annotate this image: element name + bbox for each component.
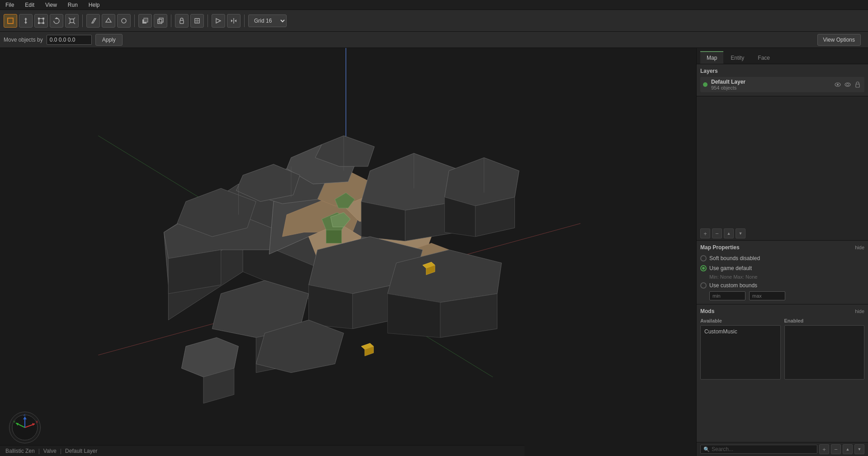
move-input[interactable] xyxy=(47,35,92,45)
custom-bounds-radio[interactable] xyxy=(700,282,707,289)
status-engine: Valve xyxy=(43,448,57,454)
layer-add-btn[interactable]: + xyxy=(700,228,710,238)
svg-rect-5 xyxy=(38,22,40,24)
grid-select[interactable]: Grid 1 Grid 2 Grid 4 Grid 8 Grid 16 Grid… xyxy=(248,14,287,27)
right-panel: Map Entity Face Layers Default Layer 954… xyxy=(696,48,868,456)
status-layer: Default Layer xyxy=(65,448,97,454)
svg-point-15 xyxy=(122,19,126,23)
bounds-max-input[interactable] xyxy=(749,291,785,300)
layer-move-down-btn[interactable]: ▼ xyxy=(736,228,745,238)
menu-run[interactable]: Run xyxy=(66,1,80,9)
game-default-label: Use game default xyxy=(709,265,752,271)
move-objects-bar: Move objects by Apply View Options xyxy=(0,32,868,48)
svg-rect-8 xyxy=(70,19,74,23)
resize-tool-btn[interactable] xyxy=(34,14,48,28)
menu-file[interactable]: File xyxy=(4,1,16,9)
csg-subtract-btn[interactable] xyxy=(138,14,152,28)
svg-rect-18 xyxy=(158,19,162,24)
translate-tool-btn[interactable] xyxy=(19,14,33,28)
map-properties-section: Map Properties hide Soft bounds disabled… xyxy=(697,241,868,304)
tab-map[interactable]: Map xyxy=(700,51,723,64)
svg-rect-20 xyxy=(180,20,184,24)
select-tool-btn[interactable] xyxy=(4,14,17,28)
menu-bar: File Edit View Run Help xyxy=(0,0,868,10)
shear-tool-btn[interactable] xyxy=(86,14,100,28)
menu-view[interactable]: View xyxy=(43,1,59,9)
min-max-label: Min: None Max: None xyxy=(709,274,864,280)
mods-search-wrapper: 🔍 xyxy=(700,445,817,454)
svg-marker-13 xyxy=(92,19,96,23)
layers-content-area xyxy=(697,96,868,227)
svg-rect-95 xyxy=(856,84,859,87)
mods-down-btn[interactable]: ▼ xyxy=(854,444,864,454)
search-icon: 🔍 xyxy=(703,446,710,452)
apply-button[interactable]: Apply xyxy=(95,34,123,46)
svg-rect-6 xyxy=(42,22,44,24)
mods-section: Mods hide Available CustomMusic Enabled xyxy=(697,304,868,442)
soft-bounds-radio[interactable] xyxy=(700,255,707,261)
layer-visibility-btn[interactable] xyxy=(834,81,842,89)
rotate-tool-btn[interactable] xyxy=(50,14,63,28)
mods-header: Mods hide xyxy=(700,308,864,314)
svg-marker-27 xyxy=(235,19,236,22)
game-default-radio[interactable] xyxy=(700,265,707,271)
default-layer-item[interactable]: Default Layer 954 objects xyxy=(700,77,864,92)
bounds-min-input[interactable] xyxy=(709,291,745,300)
mods-search-input[interactable] xyxy=(712,446,814,452)
texture-lock-btn[interactable] xyxy=(175,14,189,28)
viewport[interactable]: X Y Z Ballistic Zen | Valve | Default La… xyxy=(0,48,696,456)
menu-help[interactable]: Help xyxy=(87,1,102,9)
mods-hide-btn[interactable]: hide xyxy=(855,309,864,314)
svg-marker-24 xyxy=(216,19,221,23)
svg-marker-1 xyxy=(24,18,27,24)
view-options-button[interactable]: View Options xyxy=(817,34,861,46)
menu-edit[interactable]: Edit xyxy=(23,1,36,9)
main-content: X Y Z Ballistic Zen | Valve | Default La… xyxy=(0,48,868,456)
layer-move-up-btn[interactable]: ▲ xyxy=(724,228,734,238)
mods-title: Mods xyxy=(700,308,714,314)
svg-line-10 xyxy=(74,18,75,19)
svg-rect-3 xyxy=(38,18,40,19)
svg-marker-26 xyxy=(231,19,233,22)
map-properties-header: Map Properties hide xyxy=(700,244,864,251)
scale-tool-btn[interactable] xyxy=(65,14,79,28)
vertex-tool-btn[interactable] xyxy=(102,14,115,28)
mods-add-btn[interactable]: + xyxy=(819,444,829,454)
layer-name: Default Layer xyxy=(711,79,830,85)
clip-tool-btn[interactable] xyxy=(212,14,225,28)
layer-remove-btn[interactable]: − xyxy=(712,228,722,238)
svg-rect-4 xyxy=(42,18,44,19)
mods-available-title: Available xyxy=(700,318,781,323)
custom-bounds-row: Use custom bounds xyxy=(700,281,864,290)
mods-remove-btn[interactable]: − xyxy=(831,444,841,454)
mods-available-list: CustomMusic xyxy=(700,325,781,380)
toolbar-sep-2 xyxy=(134,14,135,27)
svg-line-9 xyxy=(69,18,70,19)
orientation-widget[interactable]: X Y Z xyxy=(9,412,41,443)
status-bar: Ballistic Zen | Valve | Default Layer xyxy=(0,445,524,456)
mods-up-btn[interactable]: ▲ xyxy=(843,444,853,454)
toolbar-sep-4 xyxy=(208,14,208,27)
mods-toolbar: 🔍 + − ▲ ▼ xyxy=(697,442,868,456)
toolbar-sep-1 xyxy=(82,14,83,27)
svg-point-92 xyxy=(837,84,839,86)
clip-split-btn[interactable] xyxy=(227,14,241,28)
svg-text:X: X xyxy=(36,420,38,424)
svg-rect-19 xyxy=(159,18,163,22)
csg-union-btn[interactable] xyxy=(154,14,167,28)
mod-item-custommmusic[interactable]: CustomMusic xyxy=(703,328,778,336)
texture-scale-btn[interactable] xyxy=(190,14,204,28)
map-properties-hide-btn[interactable]: hide xyxy=(855,245,864,250)
mods-enabled-list[interactable] xyxy=(784,325,865,380)
toolbar-sep-3 xyxy=(171,14,171,27)
edge-tool-btn[interactable] xyxy=(117,14,131,28)
custom-bounds-label: Use custom bounds xyxy=(709,282,757,289)
tab-entity[interactable]: Entity xyxy=(724,51,750,64)
game-default-row: Use game default xyxy=(700,264,864,272)
status-project: Ballistic Zen xyxy=(5,448,35,454)
tab-face[interactable]: Face xyxy=(751,51,776,64)
mods-columns: Available CustomMusic Enabled xyxy=(700,318,864,380)
layer-eye-btn[interactable] xyxy=(844,81,852,89)
layer-lock-btn[interactable] xyxy=(854,81,862,89)
layers-section: Layers Default Layer 954 objects xyxy=(697,64,868,96)
